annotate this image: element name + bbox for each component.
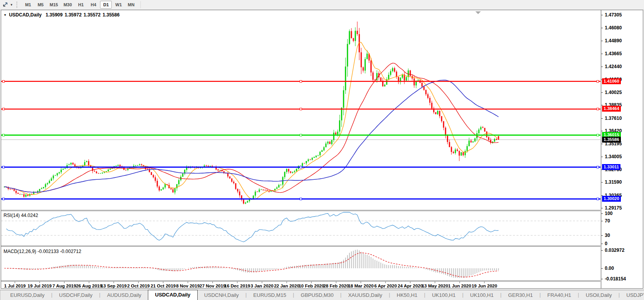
date-tick-label: 27 Nov 2019 bbox=[200, 284, 226, 288]
price-tick-label: 1.43665 bbox=[605, 51, 622, 56]
date-tick-label: 18 Mar 2020 bbox=[348, 284, 373, 288]
timeframe-button-h1[interactable]: H1 bbox=[75, 1, 87, 9]
price-tick-mark bbox=[601, 157, 603, 157]
chart-tab-usdchf-daily[interactable]: USDCHF,Daily bbox=[53, 290, 99, 300]
rsi-pane bbox=[1, 212, 600, 242]
hline-price-label[interactable]: 1.38464 bbox=[602, 106, 621, 112]
chevron-down-icon[interactable]: ▾ bbox=[11, 3, 13, 7]
tab-scroll-notch bbox=[0, 290, 0, 300]
macd-tick-label: -0.018154 bbox=[605, 276, 626, 282]
timeframe-button-mn[interactable]: MN bbox=[125, 1, 137, 9]
chart-tab-usoil-daily[interactable]: USOil,Daily bbox=[579, 290, 618, 300]
timeframe-buttons: M1M5M15M30H1H4D1W1MN bbox=[22, 1, 138, 9]
date-tick-label: 3 Jan 2020 bbox=[251, 284, 273, 288]
price-tick-label: 1.34005 bbox=[605, 154, 622, 159]
price-tick-label: 1.40025 bbox=[605, 90, 622, 95]
date-axis[interactable]: 1 Jul 201919 Jul 20197 Aug 201926 Aug 20… bbox=[4, 282, 497, 288]
collapse-marker-icon[interactable]: ▼ bbox=[4, 13, 7, 17]
timeframe-button-d1[interactable]: D1 bbox=[100, 1, 112, 9]
date-tick-label: 19 Jun 2020 bbox=[471, 284, 497, 288]
crosshair-tool-icon[interactable] bbox=[2, 2, 9, 8]
hline-price-label[interactable]: 1.30020 bbox=[602, 196, 621, 202]
toolbar-separator bbox=[140, 1, 141, 8]
rsi-tick-label: 0 bbox=[605, 241, 608, 246]
date-tick-label: 7 Aug 2019 bbox=[53, 284, 76, 288]
price-tick-mark bbox=[601, 41, 603, 41]
rsi-tick-label: 30 bbox=[605, 233, 610, 238]
moving-average-55[interactable] bbox=[4, 80, 498, 192]
date-tick-label: 1 Jul 2019 bbox=[4, 284, 26, 288]
chart-tabs: EURUSD,Daily|USDCHF,Daily|AUDUSD,DailyUS… bbox=[4, 290, 644, 300]
timeframe-button-m30[interactable]: M30 bbox=[61, 1, 74, 9]
hline-price-label[interactable]: 1.33011 bbox=[602, 164, 620, 170]
chart-tab-uk100-h1[interactable]: UK100,H1 bbox=[425, 290, 462, 300]
chart-tab-usdjpy-h1[interactable]: USDJPY,H1 bbox=[620, 290, 644, 300]
price-tick-label: 1.46080 bbox=[605, 25, 622, 31]
price-tick-label: 1.29175 bbox=[605, 205, 622, 211]
toolbar-grip[interactable] bbox=[16, 2, 18, 8]
date-tick-label: 6 Apr 2020 bbox=[374, 284, 397, 288]
chart-tab-gbpusd-m30[interactable]: GBPUSD,M30 bbox=[294, 290, 340, 300]
chart-tab-uk100-h1[interactable]: UK100,H1 bbox=[464, 290, 500, 300]
price-tick-mark bbox=[601, 144, 603, 144]
price-tick-mark bbox=[601, 67, 603, 67]
timeframe-button-h4[interactable]: H4 bbox=[87, 1, 99, 9]
date-tick-label: 28 Feb 2020 bbox=[323, 284, 349, 288]
current-price-label: 1.35586 bbox=[602, 137, 621, 143]
chart-shift-marker[interactable] bbox=[475, 11, 481, 14]
ohlc-low: 1.35572 bbox=[84, 12, 100, 18]
date-tick-label: 13 May 2020 bbox=[422, 284, 448, 288]
chart-tab-xauusd-daily[interactable]: XAUUSD,Daily bbox=[342, 290, 389, 300]
chart-tab-usdcnh-daily[interactable]: USDCNH,Daily bbox=[198, 290, 246, 300]
timeframe-button-m15[interactable]: M15 bbox=[47, 1, 60, 9]
timeframe-button-m1[interactable]: M1 bbox=[22, 1, 34, 9]
macd-tick-mark bbox=[601, 268, 603, 269]
date-tick-label: 22 Jan 2020 bbox=[274, 284, 300, 288]
date-tick-label: 10 Feb 2020 bbox=[298, 284, 324, 288]
macd-tick-label: 0.00 bbox=[605, 266, 614, 271]
price-tick-label: 1.31590 bbox=[605, 179, 622, 185]
candles-layer bbox=[4, 22, 499, 204]
rsi-tick-mark bbox=[601, 244, 603, 244]
macd-tick-mark bbox=[601, 250, 603, 251]
chart-tab-usdcad-daily[interactable]: USDCAD,Daily bbox=[148, 290, 197, 300]
price-chart-canvas[interactable]: 1 Jul 201919 Jul 20197 Aug 201926 Aug 20… bbox=[1, 10, 600, 288]
rsi-tick-label: 70 bbox=[605, 218, 610, 224]
macd-signal-line bbox=[4, 253, 498, 277]
price-axis[interactable]: 1.473051.460801.448901.436651.424401.412… bbox=[601, 10, 643, 288]
horizontal-line-1.38464[interactable] bbox=[1, 108, 600, 110]
horizontal-line-1.36015[interactable] bbox=[1, 134, 600, 136]
chart-title: ▼ USDCAD,Daily 1.35909 1.35972 1.35572 1… bbox=[4, 12, 120, 18]
chart-tab-bar: EURUSD,Daily|USDCHF,Daily|AUDUSD,DailyUS… bbox=[0, 290, 644, 300]
chart-tab-eurusd-daily[interactable]: EURUSD,Daily bbox=[4, 290, 51, 300]
chart-window: 1 Jul 201919 Jul 20197 Aug 201926 Aug 20… bbox=[1, 10, 643, 289]
chart-symbol-label: USDCAD,Daily bbox=[9, 12, 42, 18]
chart-tab-fra40-h1[interactable]: FRA40,H1 bbox=[541, 290, 578, 300]
price-tick-mark bbox=[601, 105, 603, 105]
date-tick-label: 26 Aug 2019 bbox=[76, 284, 102, 288]
moving-average-25[interactable] bbox=[4, 63, 498, 193]
horizontal-line-1.41060[interactable] bbox=[1, 80, 600, 82]
chart-tab-ger30-h1[interactable]: GER30,H1 bbox=[502, 290, 540, 300]
price-tick-label: 1.47305 bbox=[605, 12, 622, 18]
rsi-tick-mark bbox=[601, 213, 603, 214]
price-tick-mark bbox=[601, 92, 603, 93]
date-tick-label: 21 Oct 2019 bbox=[151, 284, 176, 288]
price-tick-mark bbox=[601, 182, 603, 183]
price-tick-label: 1.42440 bbox=[605, 64, 622, 69]
price-tick-mark bbox=[601, 131, 603, 131]
date-tick-label: 16 Dec 2019 bbox=[224, 284, 250, 288]
chart-tab-hk50-h1[interactable]: HK50,H1 bbox=[390, 290, 424, 300]
chart-tab-eurusd-m15[interactable]: EURUSD,M15 bbox=[247, 290, 293, 300]
rsi-indicator-label: RSI(14) 44.0242 bbox=[4, 213, 38, 218]
chart-tab-audusd-daily[interactable]: AUDUSD,Daily bbox=[100, 290, 148, 300]
rsi-tick-mark bbox=[601, 235, 603, 236]
hline-price-label[interactable]: 1.41060 bbox=[602, 78, 621, 84]
moving-average-8[interactable] bbox=[4, 42, 498, 200]
date-tick-label: 13 Sep 2019 bbox=[101, 284, 127, 288]
rsi-tick-mark bbox=[601, 221, 603, 221]
timeframe-button-m5[interactable]: M5 bbox=[35, 1, 47, 9]
price-tick-mark bbox=[601, 28, 603, 28]
horizontal-line-1.30020[interactable] bbox=[1, 198, 600, 200]
timeframe-button-w1[interactable]: W1 bbox=[113, 1, 124, 9]
